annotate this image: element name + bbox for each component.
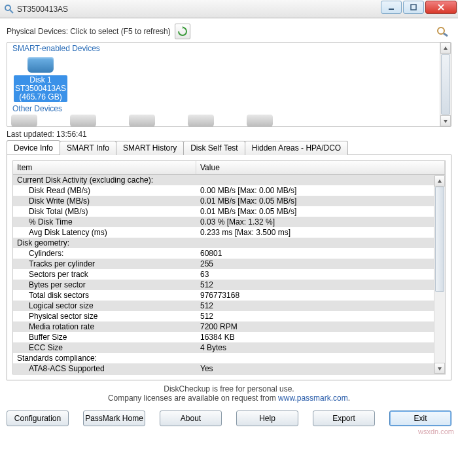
help-button[interactable]: Help	[236, 411, 298, 426]
table-row[interactable]: Tracks per cylinder255	[13, 259, 445, 269]
other-device-icon[interactable]	[129, 115, 155, 127]
svg-rect-3	[411, 5, 416, 10]
tab-smart-history[interactable]: SMART History	[116, 141, 184, 155]
svg-marker-12	[438, 367, 442, 371]
svg-line-1	[10, 10, 13, 13]
button-bar: Configuration PassMark Home About Help E…	[0, 407, 458, 431]
table-row[interactable]: Total disk sectors976773168	[13, 290, 445, 301]
footer-line1: DiskCheckup is free for personal use.	[7, 384, 451, 394]
svg-marker-10	[444, 120, 448, 123]
scroll-thumb[interactable]	[441, 54, 450, 115]
cell-value: 0.00 MB/s [Max: 0.00 MB/s]	[196, 185, 445, 196]
cell-value: 976773168	[196, 290, 445, 301]
close-button[interactable]	[425, 1, 457, 14]
cell-value	[196, 175, 445, 185]
window-title: ST3500413AS	[17, 5, 381, 14]
cell-value: 0.03 % [Max: 1.32 %]	[196, 217, 445, 227]
table-row[interactable]: Buffer Size16384 KB	[13, 332, 445, 342]
other-device-icon[interactable]	[188, 115, 214, 127]
svg-marker-11	[438, 179, 442, 183]
tab-device-info[interactable]: Device Info	[7, 140, 60, 155]
table-row[interactable]: Standards compliance:	[13, 353, 445, 363]
table-row[interactable]: Bytes per sector512	[13, 280, 445, 290]
passmark-link[interactable]: www.passmark.com	[278, 394, 348, 403]
table-row[interactable]: Sectors per track63	[13, 269, 445, 280]
table-row[interactable]: ECC Size4 Bytes	[13, 342, 445, 353]
other-device-icon[interactable]	[247, 115, 273, 127]
cell-item: Disk geometry:	[13, 238, 196, 248]
other-device-icon[interactable]	[70, 115, 96, 127]
svg-point-7	[438, 27, 444, 34]
cell-item: Current Disk Activity (excluding cache):	[13, 175, 196, 185]
svg-marker-9	[444, 46, 448, 50]
scroll-thumb[interactable]	[435, 187, 444, 292]
tab-disk-self-test[interactable]: Disk Self Test	[183, 141, 245, 155]
table-row[interactable]: Disk Total (MB/s)0.01 MB/s [Max: 0.05 MB…	[13, 206, 445, 217]
cell-item: Disk Write (MB/s)	[13, 196, 196, 206]
cell-item: % Disk Time	[13, 217, 196, 227]
device-scrollbar[interactable]	[440, 43, 451, 126]
table-row[interactable]: Logical sector size512	[13, 301, 445, 311]
cell-item: ECC Size	[13, 342, 196, 353]
cell-value: 512	[196, 311, 445, 321]
cell-item: Bytes per sector	[13, 280, 196, 290]
tab-strip: Device Info SMART Info SMART History Dis…	[7, 140, 451, 155]
scroll-down-arrow-icon[interactable]	[434, 363, 445, 374]
cell-item: Media rotation rate	[13, 321, 196, 332]
scroll-down-arrow-icon[interactable]	[440, 115, 451, 126]
cell-item: Total disk sectors	[13, 290, 196, 301]
cell-value: 0.01 MB/s [Max: 0.05 MB/s]	[196, 196, 445, 206]
passmark-home-button[interactable]: PassMark Home	[83, 411, 145, 426]
about-button[interactable]: About	[160, 411, 222, 426]
table-row[interactable]: % Disk Time0.03 % [Max: 1.32 %]	[13, 217, 445, 227]
table-row[interactable]: Physical sector size512	[13, 311, 445, 321]
cell-item: Tracks per cylinder	[13, 259, 196, 269]
table-row[interactable]: Avg Disk Latency (ms)0.233 ms [Max: 3.50…	[13, 227, 445, 238]
export-button[interactable]: Export	[313, 411, 375, 426]
grid-scrollbar[interactable]	[434, 175, 445, 374]
cell-value: 0.01 MB/s [Max: 0.05 MB/s]	[196, 206, 445, 217]
cell-item: Disk Total (MB/s)	[13, 206, 196, 217]
refresh-button[interactable]	[175, 24, 190, 39]
smart-devices-caption: SMART-enabled Devices	[12, 44, 100, 53]
other-device-icon[interactable]	[11, 115, 37, 127]
table-row[interactable]: Current Disk Activity (excluding cache):	[13, 175, 445, 185]
scroll-up-arrow-icon[interactable]	[434, 175, 445, 187]
cell-value: 255	[196, 259, 445, 269]
cell-value: 63	[196, 269, 445, 280]
exit-button[interactable]: Exit	[389, 411, 451, 426]
maximize-button[interactable]	[403, 1, 424, 14]
svg-point-0	[5, 5, 10, 10]
tab-hidden-areas[interactable]: Hidden Areas - HPA/DCO	[245, 141, 349, 155]
cell-value: 60801	[196, 248, 445, 259]
minimize-button[interactable]	[381, 1, 402, 14]
footer-text: DiskCheckup is free for personal use. Co…	[7, 384, 451, 403]
table-row[interactable]: Media rotation rate7200 RPM	[13, 321, 445, 332]
disk-1-item[interactable]: Disk 1 ST3500413AS (465.76 GB)	[11, 54, 70, 105]
table-row[interactable]: Cylinders:60801	[13, 248, 445, 259]
cell-value: 512	[196, 301, 445, 311]
cell-item: Standards compliance:	[13, 353, 196, 363]
table-row[interactable]: Disk Write (MB/s)0.01 MB/s [Max: 0.05 MB…	[13, 196, 445, 206]
configuration-button[interactable]: Configuration	[7, 411, 69, 426]
cell-item: Avg Disk Latency (ms)	[13, 227, 196, 238]
cell-value	[196, 238, 445, 248]
other-devices-caption: Other Devices	[12, 104, 62, 113]
disk-label-line3: (465.76 GB)	[15, 93, 66, 101]
scroll-up-arrow-icon[interactable]	[440, 43, 451, 54]
cell-value: 0.233 ms [Max: 3.500 ms]	[196, 227, 445, 238]
column-header-item[interactable]: Item	[13, 161, 196, 174]
column-header-value[interactable]: Value	[196, 161, 445, 174]
tab-smart-info[interactable]: SMART Info	[60, 141, 116, 155]
app-icon	[4, 4, 14, 14]
titlebar: ST3500413AS	[0, 0, 458, 18]
cell-value	[196, 353, 445, 363]
table-row[interactable]: Disk geometry:	[13, 238, 445, 248]
table-row[interactable]: ATA8-ACS SupportedYes	[13, 363, 445, 374]
cell-value: 512	[196, 280, 445, 290]
footer-line2a: Company licenses are available on reques…	[108, 394, 278, 403]
last-updated-label: Last updated: 13:56:41	[7, 130, 451, 139]
cell-item: Sectors per track	[13, 269, 196, 280]
table-row[interactable]: Disk Read (MB/s)0.00 MB/s [Max: 0.00 MB/…	[13, 185, 445, 196]
search-icon[interactable]	[434, 25, 451, 38]
